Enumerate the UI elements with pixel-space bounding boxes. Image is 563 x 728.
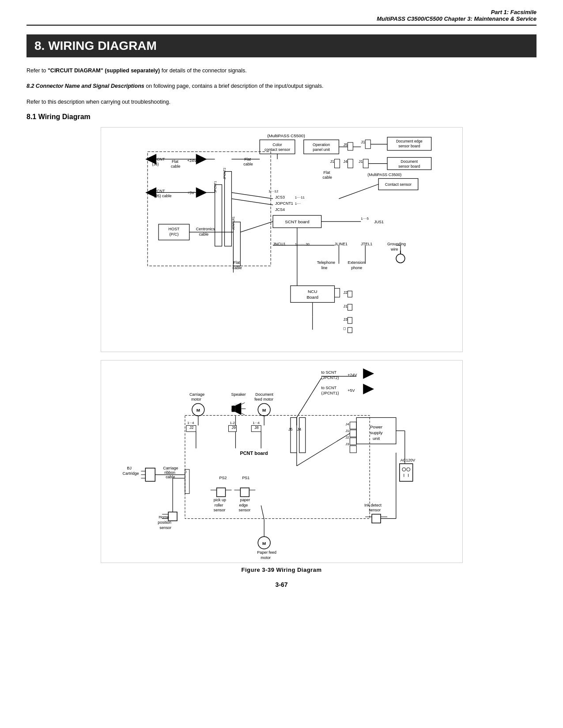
svg-text:Operation: Operation [312,143,329,147]
svg-text:cable: cable [322,175,332,179]
svg-text:+5V: +5V [348,388,355,392]
svg-text:J8: J8 [254,425,258,430]
svg-text:BJ: BJ [127,466,131,470]
svg-text:cable: cable [199,232,208,236]
svg-text:JOPCNT1: JOPCNT1 [275,201,293,206]
page-number: 3-67 [26,581,537,588]
top-wiring-diagram: (MultiPASS C5500) Color contact sensor O… [101,127,463,352]
svg-text:cable: cable [243,161,253,166]
page: Part 1: Facsimile MultiPASS C3500/C5500 … [0,0,563,728]
svg-text:J2: J2 [189,425,193,430]
svg-text:J4: J4 [343,159,347,163]
svg-text:PS1: PS1 [242,476,249,480]
svg-text:Paper feed: Paper feed [257,550,276,555]
svg-text:line: line [321,265,327,270]
svg-text:1····11: 1····11 [295,195,305,199]
diagram-area: (MultiPASS C5500) Color contact sensor O… [26,127,537,563]
svg-text:J1: J1 [330,159,334,163]
svg-text:PS2: PS2 [219,476,227,480]
chapter-title: 8. WIRING DIAGRAM [26,34,537,57]
svg-text:pick up: pick up [213,497,226,502]
svg-text:sensor: sensor [238,508,250,512]
svg-text:Extension: Extension [348,260,365,265]
svg-text:(J5) cable: (J5) cable [154,194,171,198]
svg-text:1····5: 1····5 [361,217,369,221]
svg-text:panel unit: panel unit [313,147,330,152]
svg-text:M: M [262,541,266,546]
svg-text:Flat: Flat [323,170,330,174]
svg-text:J2: J2 [343,290,347,294]
svg-text:(MultiPASS C3500): (MultiPASS C3500) [367,172,401,176]
svg-text:sensor: sensor [213,508,225,512]
svg-text:JLINE1: JLINE1 [334,242,347,246]
svg-text:AC120V: AC120V [400,458,415,462]
intro-paragraph-2: 8.2 Connector Name and Signal Descriptio… [26,82,537,91]
svg-text:sensor: sensor [369,508,381,512]
svg-text:M: M [262,408,266,413]
svg-text:feed motor: feed motor [254,397,273,401]
svg-text:Power: Power [370,424,382,429]
svg-text:Ink detect: Ink detect [364,503,382,507]
svg-text:JCS3: JCS3 [275,195,285,199]
svg-text:PCNT board: PCNT board [240,450,268,456]
svg-text:J1: J1 [359,159,363,163]
svg-text:Cartridge: Cartridge [122,471,139,476]
svg-text:supply: supply [370,430,382,435]
svg-text:1-2: 1-2 [230,421,235,425]
svg-text:roller: roller [214,503,223,507]
svg-text:J4: J4 [345,422,349,426]
svg-text:Document: Document [255,392,273,396]
svg-text:to SCNT: to SCNT [321,385,336,390]
svg-text:J1: J1 [345,429,349,433]
figure-caption: Figure 3-39 Wiring Diagram [26,567,537,573]
svg-text:J5: J5 [288,427,292,432]
svg-text:cable: cable [170,164,180,168]
svg-text:Carriage: Carriage [163,466,178,470]
svg-text:ribbon: ribbon [164,470,175,475]
svg-text:Home: Home [159,515,169,519]
svg-text:J2: J2 [345,435,349,439]
svg-text:J5: J5 [343,143,347,147]
svg-text:to SCNT: to SCNT [321,370,336,375]
svg-text:Contact sensor: Contact sensor [385,182,411,187]
svg-text:1···4: 1···4 [253,421,260,425]
svg-text:JCNT1R1: JCNT1R1 [232,216,235,230]
svg-text:J4: J4 [297,427,301,432]
bottom-wiring-diagram: to SCNT (JPCNT2) +24V to SCNT (JPCNT1) +… [101,360,463,563]
svg-text:(MultiPASS C5500): (MultiPASS C5500) [267,133,305,138]
svg-text:J1: J1 [343,304,347,308]
svg-text:J9: J9 [231,425,235,430]
svg-text:unit: unit [373,436,380,441]
svg-text:Flat: Flat [171,159,178,163]
svg-text:Telephone: Telephone [317,260,335,265]
svg-text:contact sensor: contact sensor [264,147,290,152]
svg-text:+5V: +5V [187,191,194,195]
svg-text:JPCNT2: JPCNT2 [223,168,226,179]
svg-text:motor: motor [191,397,201,401]
svg-text:J3: J3 [345,442,349,446]
svg-rect-133 [231,405,235,412]
svg-text:NCU: NCU [307,289,317,293]
svg-text:JPCNT1: JPCNT1 [213,181,216,192]
svg-text:(JPCNT1): (JPCNT1) [321,390,339,395]
intro-paragraph-1: Refer to "CIRCUIT DIAGRAM" (supplied sep… [26,66,537,75]
svg-text:Flat: Flat [233,260,240,265]
svg-text:JCS4: JCS4 [275,207,285,212]
svg-text:Centronics: Centronics [196,227,215,231]
header-line2: MultiPASS C3500/C5500 Chapter 3: Mainten… [26,15,537,22]
svg-text:J3: J3 [343,317,347,322]
svg-text:M: M [196,408,200,413]
svg-text:Carriage: Carriage [189,392,204,396]
svg-text:paper: paper [240,497,250,502]
svg-text:1···4: 1···4 [187,421,194,425]
svg-text:sensor: sensor [159,525,171,530]
svg-text:edge: edge [239,503,248,507]
page-header: Part 1: Facsimile MultiPASS C3500/C5500 … [26,9,537,26]
svg-text:Document: Document [401,159,418,163]
svg-text:J1: J1 [361,140,365,144]
svg-text:JUS1: JUS1 [374,220,384,224]
svg-text:1····12: 1····12 [268,189,279,193]
svg-text:Color: Color [272,143,282,147]
svg-text:Document edge: Document edge [396,139,423,143]
svg-text:sensor board: sensor board [398,144,420,148]
